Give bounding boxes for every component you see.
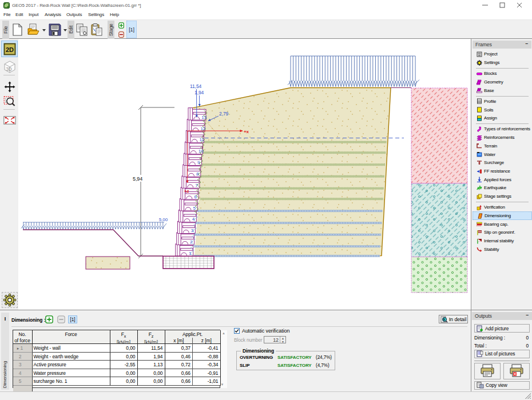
svg-text:7: 7 (195, 183, 198, 188)
svg-text:3: 3 (191, 228, 194, 233)
svg-text:3D: 3D (6, 66, 12, 72)
svg-text:5: 5 (193, 206, 196, 211)
svg-text:6: 6 (194, 194, 197, 199)
svg-text:9: 9 (197, 160, 200, 165)
svg-text:11: 11 (200, 137, 205, 142)
svg-text:2: 2 (190, 239, 193, 245)
svg-text:2D: 2D (6, 46, 14, 53)
svg-text:12: 12 (201, 126, 206, 131)
svg-text:2,79: 2,79 (219, 111, 229, 117)
svg-text:1: 1 (189, 251, 192, 256)
svg-text:4: 4 (192, 217, 195, 222)
svg-text:5,94: 5,94 (133, 176, 142, 182)
svg-text:10: 10 (198, 149, 204, 154)
svg-text:13: 13 (201, 115, 207, 120)
svg-text:11,54: 11,54 (190, 83, 202, 89)
svg-text:5,00: 5,00 (159, 217, 168, 222)
svg-text:+x: +x (244, 129, 249, 134)
svg-text:8: 8 (196, 171, 199, 177)
svg-text:+z: +z (184, 189, 189, 194)
svg-text:1,94: 1,94 (194, 90, 204, 95)
